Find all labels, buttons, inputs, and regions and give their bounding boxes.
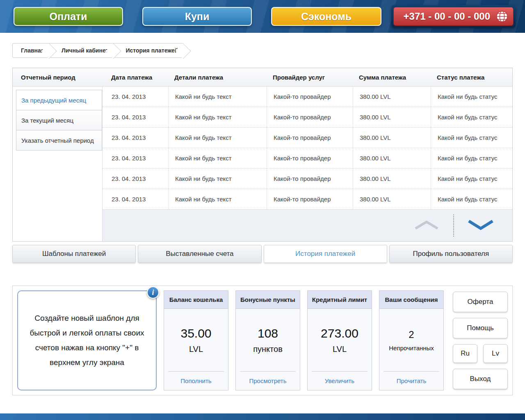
- table-header-row: Отчетный период Дата платежа Детали плат…: [13, 68, 512, 87]
- footer-bar: [0, 413, 525, 420]
- tab-user-profile[interactable]: Профиль пользователя: [389, 245, 513, 263]
- table-row: 23. 04. 2013 Какой ни будь текст Какой-т…: [103, 189, 512, 210]
- phone-button-frame: +371 - 00 - 00 - 000: [391, 5, 516, 28]
- cell-payment-date: 23. 04. 2013: [103, 148, 168, 168]
- cell-payment-status: Какой ни будь статус: [431, 107, 512, 127]
- tab-payment-history[interactable]: История платежей: [264, 245, 387, 263]
- cell-payment-date: 23. 04. 2013: [103, 87, 168, 107]
- bonus-points-value: 108: [258, 326, 278, 340]
- side-buttons-column: Оферта Помощь Ru Lv Выход: [453, 290, 508, 390]
- messages-unit: Непрочитанных: [389, 345, 434, 352]
- cell-payment-date: 23. 04. 2013: [103, 169, 168, 189]
- cell-payment-amount: 380.00 LVL: [353, 148, 431, 168]
- credit-limit-unit: LVL: [333, 345, 347, 354]
- cell-payment-details: Какой ни будь текст: [168, 107, 267, 127]
- cell-payment-status: Какой ни будь статус: [431, 148, 512, 168]
- column-payment-details: Детали платежа: [168, 74, 266, 81]
- buy-button[interactable]: Купи: [142, 7, 252, 26]
- breadcrumb-personal-cabinet[interactable]: Личный кабинет: [49, 43, 113, 58]
- column-report-period: Отчетный период: [13, 74, 102, 81]
- chevron-up-icon: [414, 219, 439, 232]
- globe-icon: [496, 10, 508, 23]
- table-row: 23. 04. 2013 Какой ни будь текст Какой-т…: [103, 169, 512, 189]
- cell-service-provider: Какой-то провайдер: [267, 87, 353, 107]
- view-bonus-link[interactable]: Просмотреть: [240, 371, 296, 390]
- card-credit-limit: Кредитный лимит 273.00 LVL Увеличить: [307, 290, 372, 390]
- credit-limit-value: 273.00: [321, 326, 358, 340]
- card-title: Кредитный лимит: [308, 291, 372, 309]
- card-title: Бонусные пункты: [236, 291, 300, 309]
- chevron-down-icon: [467, 219, 494, 233]
- column-payment-status: Статус платежа: [430, 74, 512, 81]
- tab-issued-invoices[interactable]: Выставленные счета: [138, 245, 261, 263]
- bonus-points-unit: пунктов: [253, 345, 283, 354]
- payments-table: Отчетный период Дата платежа Детали плат…: [12, 68, 513, 242]
- cell-payment-status: Какой ни будь статус: [431, 169, 512, 189]
- card-title: Ваши сообщения: [379, 291, 443, 309]
- card-body: 273.00 LVL: [308, 309, 372, 371]
- report-period-filters: За предыдущий месяц За текущий месяц Ука…: [13, 87, 102, 241]
- cell-payment-status: Какой ни будь статус: [431, 128, 512, 148]
- card-body: 35.00 LVL: [164, 309, 228, 371]
- card-title: Баланс кошелька: [164, 291, 228, 309]
- pay-button[interactable]: Оплати: [14, 7, 123, 26]
- help-button[interactable]: Помощь: [453, 318, 508, 338]
- cell-payment-details: Какой ни будь текст: [168, 169, 267, 189]
- cell-payment-details: Какой ни будь текст: [168, 189, 267, 209]
- tab-payment-templates[interactable]: Шаблоны платежей: [12, 245, 136, 263]
- increase-limit-link[interactable]: Увеличить: [312, 371, 368, 390]
- filter-previous-month[interactable]: За предыдущий месяц: [16, 90, 102, 110]
- cell-service-provider: Какой-то провайдер: [267, 128, 353, 148]
- cell-payment-details: Какой ни будь текст: [168, 87, 267, 107]
- template-hint-box: i Создайте новый шаблон для быстрой и ле…: [17, 290, 157, 390]
- card-bonus-points: Бонусные пункты 108 пунктов Просмотреть: [235, 290, 300, 390]
- info-icon: i: [147, 286, 159, 299]
- offer-button[interactable]: Оферта: [453, 292, 508, 312]
- filter-current-month[interactable]: За текущий месяц: [16, 110, 102, 130]
- phone-button[interactable]: +371 - 00 - 00 - 000: [393, 7, 514, 26]
- cell-payment-amount: 380.00 LVL: [353, 189, 431, 209]
- cell-payment-status: Какой ни будь статус: [431, 87, 512, 107]
- table-rows-area: 23. 04. 2013 Какой ни будь текст Какой-т…: [102, 87, 512, 241]
- save-button[interactable]: Сэкономь: [271, 7, 381, 26]
- table-row: 23. 04. 2013 Какой ни будь текст Какой-т…: [103, 148, 512, 169]
- table-scroll-controls: [103, 210, 512, 241]
- breadcrumb-home[interactable]: Главная: [12, 43, 49, 58]
- cell-service-provider: Какой-то провайдер: [267, 189, 353, 209]
- card-body: 108 пунктов: [236, 309, 300, 371]
- table-row: 23. 04. 2013 Какой ни будь текст Какой-т…: [103, 128, 512, 148]
- breadcrumb: Главная Личный кабинет История платежей: [12, 43, 525, 58]
- card-body: 2 Непрочитанных: [379, 309, 443, 371]
- wallet-balance-value: 35.00: [180, 326, 211, 340]
- cell-service-provider: Какой-то провайдер: [267, 107, 353, 127]
- scroll-down-button[interactable]: [454, 219, 507, 233]
- cell-payment-date: 23. 04. 2013: [103, 107, 168, 127]
- cell-payment-status: Какой ни будь статус: [431, 189, 512, 209]
- cell-payment-amount: 380.00 LVL: [353, 107, 431, 127]
- cell-payment-amount: 380.00 LVL: [353, 87, 431, 107]
- lang-ru-button[interactable]: Ru: [453, 344, 477, 363]
- scroll-up-button[interactable]: [400, 219, 453, 232]
- cell-payment-details: Какой ни будь текст: [168, 148, 267, 168]
- card-wallet-balance: Баланс кошелька 35.00 LVL Пополнить: [164, 290, 228, 390]
- messages-count: 2: [409, 329, 414, 340]
- cell-service-provider: Какой-то провайдер: [267, 148, 353, 168]
- filter-custom-period[interactable]: Указать отчетный период: [16, 130, 102, 151]
- cell-service-provider: Какой-то провайдер: [267, 169, 353, 189]
- language-switcher: Ru Lv: [453, 344, 508, 363]
- breadcrumb-payment-history[interactable]: История платежей: [113, 43, 183, 58]
- wallet-balance-unit: LVL: [189, 345, 203, 354]
- cell-payment-date: 23. 04. 2013: [103, 128, 168, 148]
- table-row: 23. 04. 2013 Какой ни будь текст Какой-т…: [103, 87, 512, 107]
- table-row: 23. 04. 2013 Какой ни будь текст Какой-т…: [103, 107, 512, 128]
- top-up-link[interactable]: Пополнить: [168, 371, 224, 390]
- cell-payment-date: 23. 04. 2013: [103, 189, 168, 209]
- tab-bar: Шаблоны платежей Выставленные счета Исто…: [12, 245, 513, 263]
- phone-number: +371 - 00 - 00 - 000: [404, 11, 490, 22]
- cell-payment-amount: 380.00 LVL: [353, 169, 431, 189]
- exit-button[interactable]: Выход: [453, 369, 508, 389]
- column-service-provider: Провайдер услуг: [266, 74, 352, 81]
- read-messages-link[interactable]: Прочитать: [383, 371, 439, 390]
- lang-lv-button[interactable]: Lv: [483, 344, 508, 363]
- cell-payment-amount: 380.00 LVL: [353, 128, 431, 148]
